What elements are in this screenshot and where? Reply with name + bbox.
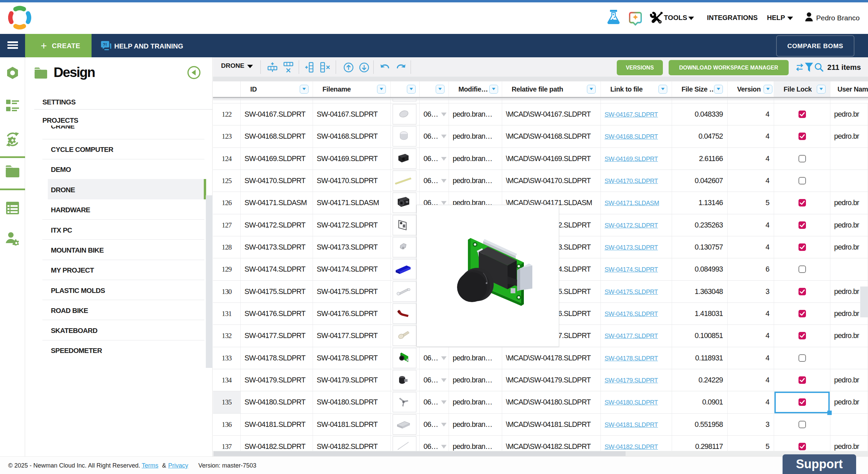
svg-text:?!: ?!: [103, 42, 107, 47]
